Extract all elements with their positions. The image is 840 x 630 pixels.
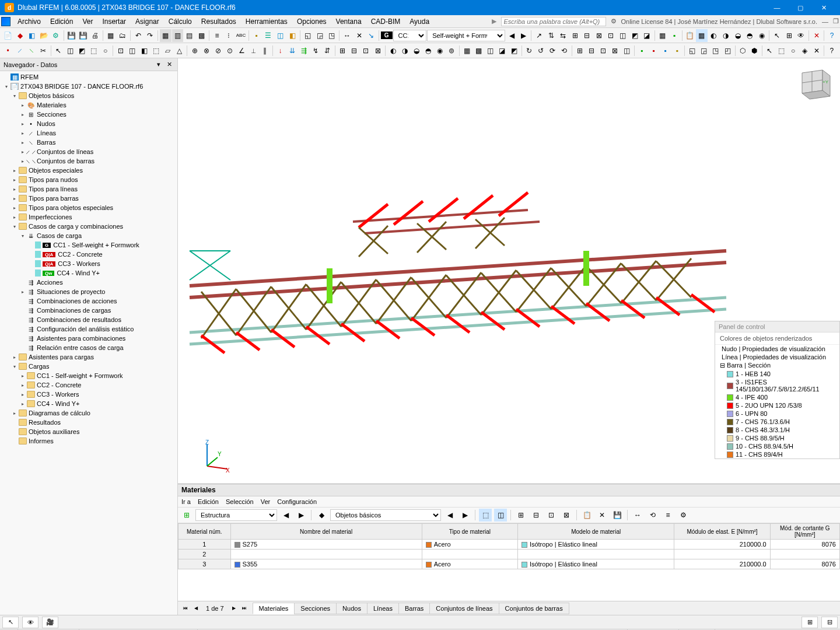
r3-icon[interactable]: ⟳: [547, 44, 558, 57]
tree-file[interactable]: ▾ 📄2TX043 BRIDGE 107 - DANCE FLOOR.rf6: [0, 82, 177, 91]
t20-icon[interactable]: ↖: [771, 29, 783, 42]
undo-icon[interactable]: ↶: [132, 29, 144, 42]
first-page-icon[interactable]: ⏮: [180, 603, 191, 614]
cp-sec-3[interactable]: 5 - 2UO UPN 120 /53/8: [715, 401, 839, 410]
tt9-icon[interactable]: 💾: [611, 509, 624, 522]
tree-basic-1[interactable]: ▸ ⊞Secciones: [0, 110, 177, 119]
materials-table[interactable]: Material núm.Nombre del materialTipo de …: [178, 523, 840, 569]
draw5-icon[interactable]: ▱: [162, 44, 173, 57]
next-page-icon[interactable]: ▶: [229, 603, 239, 614]
cp-sec-1[interactable]: 3 - IS1FES 145/180/136/7.5/8/12.2/65/11: [715, 378, 839, 393]
abc-icon[interactable]: ABC: [235, 29, 247, 42]
snap1-icon[interactable]: ⊕: [189, 44, 200, 57]
expand-icon[interactable]: ▾: [10, 92, 19, 100]
q-icon[interactable]: ?: [826, 44, 837, 57]
m5-icon[interactable]: ◫: [621, 44, 632, 57]
expand-icon[interactable]: [27, 269, 35, 277]
v5-icon[interactable]: ◉: [435, 44, 446, 57]
maximize-button[interactable]: ▢: [789, 0, 812, 15]
expand-icon[interactable]: [10, 437, 19, 445]
draw2-icon[interactable]: ◫: [127, 44, 138, 57]
menu-cálculo[interactable]: Cálculo: [164, 16, 197, 27]
tree-basic-3[interactable]: ▸ ⟋Líneas: [0, 128, 177, 138]
arrow-h-icon[interactable]: ↔: [341, 29, 353, 42]
r1-icon[interactable]: ↻: [523, 44, 534, 57]
t15-icon[interactable]: ◐: [708, 29, 720, 42]
t9-icon[interactable]: ◩: [629, 29, 641, 42]
tree-case-1[interactable]: Q|ACC2 - Concrete: [0, 250, 177, 259]
v6-icon[interactable]: ⊚: [446, 44, 457, 57]
color4-icon[interactable]: ◧: [286, 29, 298, 42]
snap2-icon[interactable]: ⊗: [201, 44, 212, 57]
e4-icon[interactable]: ◈: [799, 44, 810, 57]
m1-icon[interactable]: ⊞: [574, 44, 585, 57]
menu-cad-bim[interactable]: CAD-BIM: [366, 16, 405, 27]
camera-tab[interactable]: 🎥: [42, 617, 58, 628]
case-id-select[interactable]: CC1: [393, 30, 427, 41]
m2-icon[interactable]: ⊟: [586, 44, 597, 57]
settings-icon[interactable]: ⚙: [611, 18, 617, 25]
bp-tab-4[interactable]: Barras: [398, 603, 430, 614]
structure-select[interactable]: Estructura: [195, 509, 277, 521]
tt3-icon[interactable]: ⊞: [514, 509, 527, 522]
table-row[interactable]: 3 S355 Acero Isótropo | Elástico lineal …: [178, 559, 840, 569]
expand-icon[interactable]: [27, 250, 35, 258]
t2-icon[interactable]: ⇅: [545, 29, 557, 42]
table-row[interactable]: 2: [178, 550, 840, 559]
expand-icon[interactable]: ▸: [19, 400, 27, 408]
split-icon[interactable]: ✂: [37, 44, 48, 57]
nav-next-icon[interactable]: ▶: [295, 509, 307, 522]
cp-sec-6[interactable]: 8 - CHS 48.3/3.1/H: [715, 426, 839, 434]
v2-icon[interactable]: ◑: [399, 44, 410, 57]
p2-icon[interactable]: ⬢: [749, 44, 760, 57]
new-model-icon[interactable]: ◆: [15, 29, 26, 42]
snap3-icon[interactable]: ⊘: [212, 44, 223, 57]
expand-icon[interactable]: [19, 344, 27, 352]
expand-icon[interactable]: [2, 73, 10, 81]
t1-icon[interactable]: ↗: [533, 29, 545, 42]
tree-basic-6[interactable]: ▸ ⟍⟍Conjuntos de barras: [0, 156, 177, 166]
t10-icon[interactable]: ◪: [641, 29, 653, 42]
v1-icon[interactable]: ◐: [387, 44, 398, 57]
tree-f1-4[interactable]: ▸ Tipos para objetos especiales: [0, 203, 177, 212]
color1-icon[interactable]: ▪: [251, 29, 262, 42]
v9-icon[interactable]: ◫: [485, 44, 496, 57]
sel4-icon[interactable]: ⬚: [88, 44, 99, 57]
expand-icon[interactable]: ▾: [10, 362, 19, 370]
tree-lcsub-3[interactable]: ⇶Combinaciones de cargas: [0, 306, 177, 315]
expand-icon[interactable]: ▸: [19, 110, 27, 118]
nav-icon[interactable]: 🗂: [117, 29, 129, 42]
t17-icon[interactable]: ◒: [732, 29, 744, 42]
expand-icon[interactable]: ▸: [19, 372, 27, 380]
keyword-search[interactable]: [501, 17, 606, 26]
tt8-icon[interactable]: ✕: [596, 509, 608, 522]
e2-icon[interactable]: ⬚: [776, 44, 787, 57]
menu-opciones[interactable]: Opciones: [292, 16, 331, 27]
mod2-icon[interactable]: ⊟: [349, 44, 360, 57]
bp-tab-5[interactable]: Conjuntos de líneas: [429, 603, 499, 614]
color3-icon[interactable]: ◫: [275, 29, 286, 42]
load2-icon[interactable]: ⇊: [286, 44, 298, 57]
bp-menu-Ver[interactable]: Ver: [261, 498, 271, 505]
tree-cases[interactable]: ▾ ⇊Casos de carga: [0, 231, 177, 240]
v10-icon[interactable]: ◪: [496, 44, 508, 57]
menu-edición[interactable]: Edición: [46, 16, 78, 27]
expand-icon[interactable]: [19, 297, 27, 305]
tree-f1-2[interactable]: ▸ Tipos para líneas: [0, 184, 177, 194]
num1-icon[interactable]: ≡: [211, 29, 223, 42]
bp-tab-1[interactable]: Secciones: [294, 603, 337, 614]
tree-root[interactable]: ▦RFEM: [0, 72, 177, 82]
expand-icon[interactable]: [10, 418, 19, 426]
draw6-icon[interactable]: △: [174, 44, 185, 57]
expand-icon[interactable]: ▾: [10, 222, 19, 230]
menu-insertar[interactable]: Insertar: [97, 16, 131, 27]
expand-icon[interactable]: ▸: [10, 166, 19, 174]
r4-icon[interactable]: ⟲: [559, 44, 570, 57]
mod1-icon[interactable]: ⊞: [337, 44, 348, 57]
v4-icon[interactable]: ◓: [422, 44, 433, 57]
e1-icon[interactable]: ↖: [764, 44, 775, 57]
tree-lc[interactable]: ▾ Casos de carga y combinaciones: [0, 222, 177, 231]
load5-icon[interactable]: ⇵: [322, 44, 333, 57]
c4-icon[interactable]: ▪: [671, 44, 682, 57]
draw3-icon[interactable]: ◧: [138, 44, 149, 57]
